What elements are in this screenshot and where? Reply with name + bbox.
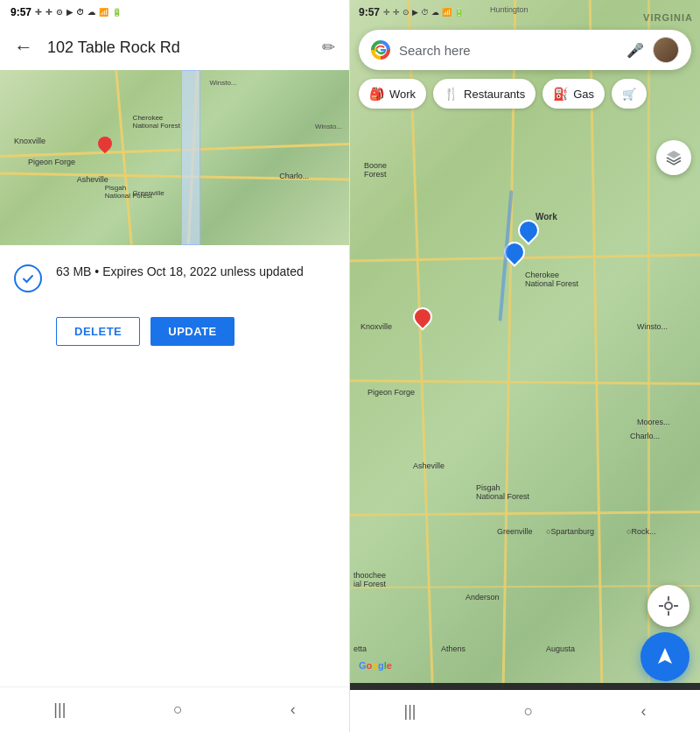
buttons-section: DELETE UPDATE [0, 310, 349, 360]
chip-restaurants[interactable]: 🍴 Restaurants [433, 79, 536, 109]
svg-point-1 [665, 602, 672, 609]
chip-gas-label: Gas [573, 88, 594, 101]
status-time-right: 9:57 [359, 6, 380, 18]
back-button[interactable]: ← [14, 36, 33, 59]
delete-button[interactable]: DELETE [56, 317, 140, 346]
chip-more[interactable]: 🛒 [612, 79, 647, 109]
status-icon-1: ✛ [35, 8, 42, 17]
header-left: ← 102 Table Rock Rd ✏ [0, 25, 349, 70]
nav-home-icon-right[interactable]: ○ [524, 702, 534, 721]
chip-more-icon: 🛒 [622, 88, 636, 101]
chip-restaurants-label: Restaurants [464, 88, 525, 101]
r-status-icon-battery: 🔋 [454, 8, 464, 17]
g2-letter: g [378, 660, 384, 671]
google-logo [371, 40, 390, 60]
page-title: 102 Table Rock Rd [47, 39, 308, 57]
map-label-knoxville: Knoxville [14, 137, 46, 145]
search-placeholder: Search here [399, 43, 618, 58]
status-icon-4: ▶ [66, 8, 73, 17]
status-icon-3: ⊙ [56, 8, 63, 17]
search-bar[interactable]: Search here 🎤 [359, 30, 691, 70]
nav-back-icon-right[interactable]: ‹ [640, 702, 646, 721]
layers-button[interactable] [656, 140, 691, 175]
r-status-icon-5: ⏱ [421, 8, 429, 17]
nav-home-icon-left[interactable]: ○ [173, 700, 183, 719]
chip-work-label: Work [389, 88, 416, 101]
status-icons-right: ✛ ✛ ⊙ ▶ ⏱ ☁ 📶 🔋 [383, 8, 464, 17]
work-location-pin [518, 220, 536, 243]
status-icon-2: ✛ [46, 8, 52, 17]
filter-chips: 🎒 Work 🍴 Restaurants ⛽ Gas 🛒 [359, 79, 647, 109]
map-label-greenville: Greenville [133, 189, 164, 197]
status-bar-right: 9:57 ✛ ✛ ⊙ ▶ ⏱ ☁ 📶 🔋 [350, 0, 700, 25]
bottom-nav-right: ||| ○ ‹ [350, 690, 700, 732]
chip-work[interactable]: 🎒 Work [359, 79, 426, 109]
map-pin [98, 137, 112, 154]
r-status-icon-1: ✛ [383, 8, 390, 17]
left-panel: 9:57 ✛ ✛ ⊙ ▶ ⏱ ☁ 📶 🔋 ← 102 Table Rock Rd… [0, 0, 350, 732]
user-avatar[interactable] [653, 37, 679, 63]
status-bar-left: 9:57 ✛ ✛ ⊙ ▶ ⏱ ☁ 📶 🔋 [0, 0, 349, 25]
right-panel: VIRGINIA Huntington BooneForest Knoxvill… [350, 0, 700, 732]
right-road-extra2 [648, 0, 650, 732]
gas-chip-icon: ⛽ [553, 87, 568, 101]
location-button[interactable] [648, 585, 690, 627]
download-status-icon [14, 264, 42, 292]
info-section: 63 MB • Expires Oct 18, 2022 unless upda… [0, 245, 349, 310]
chip-gas[interactable]: ⛽ Gas [542, 79, 605, 109]
status-time-left: 9:57 [10, 6, 32, 18]
download-info-text: 63 MB • Expires Oct 18, 2022 unless upda… [56, 263, 304, 281]
edit-button[interactable]: ✏ [322, 38, 335, 57]
r-status-icon-signal: 📶 [442, 8, 452, 17]
mic-icon[interactable]: 🎤 [626, 42, 644, 59]
r-status-icon-3: ⊙ [402, 8, 410, 17]
map-label-asheville: Asheville [77, 175, 108, 184]
restaurants-chip-icon: 🍴 [444, 87, 458, 101]
g-letter: G [359, 660, 367, 671]
update-button[interactable]: UPDATE [150, 317, 234, 346]
map-label-winsto2: Winsto... [315, 123, 342, 130]
nav-menu-icon-left[interactable]: ||| [53, 700, 66, 719]
map-label-cherokee: CherokeeNational Forest [133, 114, 180, 130]
e-letter: e [387, 660, 392, 671]
map-label-charlo: Charlo... [279, 172, 309, 180]
status-icon-5: ⏱ [76, 8, 84, 17]
google-watermark: Google [359, 660, 392, 671]
map-label-winsto: Winsto... [209, 79, 236, 87]
status-icon-wifi: 📶 [99, 8, 108, 17]
work-chip-icon: 🎒 [369, 87, 384, 101]
navigate-fab[interactable] [640, 632, 690, 681]
r-status-icon-2: ✛ [393, 8, 400, 17]
bottom-nav-left: ||| ○ ‹ [0, 686, 349, 732]
r-status-icon-4: ▶ [412, 8, 418, 17]
map-label-pigeon: Pigeon Forge [28, 158, 75, 166]
status-icons-left: ✛ ✛ ⊙ ▶ ⏱ ☁ 📶 🔋 [35, 8, 122, 17]
home-location-pin [413, 307, 429, 328]
nav-menu-icon-right[interactable]: ||| [404, 702, 416, 721]
nav-back-icon-left[interactable]: ‹ [290, 700, 296, 719]
map-thumbnail: Knoxville Pigeon Forge Asheville Cheroke… [0, 70, 349, 245]
status-icon-6: ☁ [88, 8, 95, 17]
map-highlight-strip [181, 70, 200, 245]
status-icon-battery: 🔋 [112, 8, 122, 17]
r-status-icon-6: ☁ [431, 8, 439, 17]
